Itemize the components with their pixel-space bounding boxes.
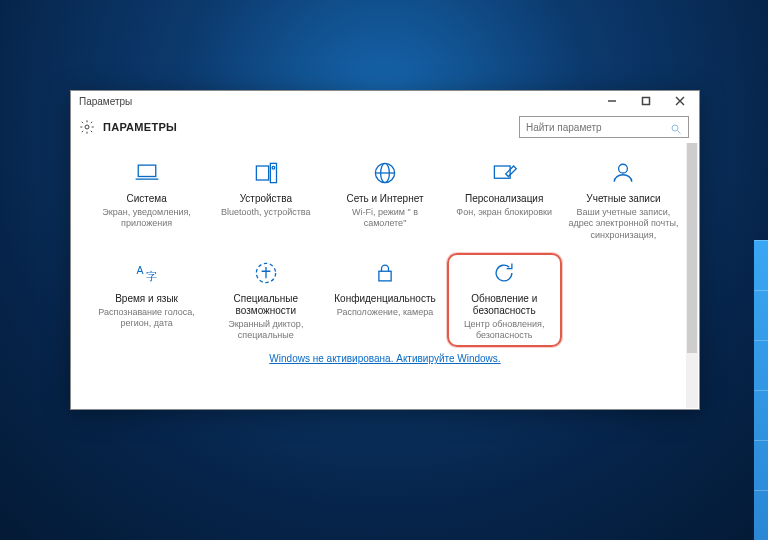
tile-title: Время и язык bbox=[115, 293, 178, 305]
search-input[interactable] bbox=[526, 122, 664, 133]
laptop-icon bbox=[133, 159, 161, 187]
svg-point-5 bbox=[672, 125, 678, 131]
maximize-button[interactable] bbox=[629, 91, 663, 111]
tile-desc: Расположение, камера bbox=[337, 307, 434, 318]
tile-personalization[interactable]: Персонализация Фон, экран блокировки bbox=[447, 153, 562, 247]
tile-title: Конфиденциальность bbox=[334, 293, 435, 305]
tile-title: Учетные записи bbox=[586, 193, 660, 205]
taskbar-glow bbox=[754, 240, 768, 540]
scrollbar-thumb[interactable] bbox=[687, 143, 697, 353]
tile-privacy[interactable]: Конфиденциальность Расположение, камера bbox=[327, 253, 442, 348]
svg-point-11 bbox=[272, 166, 275, 169]
svg-rect-20 bbox=[379, 271, 391, 281]
personalization-icon bbox=[490, 159, 518, 187]
tile-network[interactable]: Сеть и Интернет Wi-Fi, режим " в самолет… bbox=[327, 153, 442, 247]
svg-point-16 bbox=[619, 164, 628, 173]
svg-rect-1 bbox=[643, 98, 650, 105]
close-button[interactable] bbox=[663, 91, 697, 111]
tile-desc: Ваши учетные записи, адрес электронной п… bbox=[568, 207, 679, 241]
lock-icon bbox=[371, 259, 399, 287]
search-icon bbox=[670, 121, 682, 133]
search-box[interactable] bbox=[519, 116, 689, 138]
language-icon: A字 bbox=[133, 259, 161, 287]
gear-icon bbox=[79, 119, 95, 135]
svg-point-4 bbox=[85, 125, 89, 129]
user-icon bbox=[609, 159, 637, 187]
header: ПАРАМЕТРЫ bbox=[71, 111, 699, 143]
update-icon bbox=[490, 259, 518, 287]
tile-ease-of-access[interactable]: Специальные возможности Экранный диктор,… bbox=[208, 253, 323, 348]
tile-title: Устройства bbox=[240, 193, 292, 205]
globe-icon bbox=[371, 159, 399, 187]
settings-body: Система Экран, уведомления, приложения У… bbox=[71, 143, 699, 409]
tile-update-security[interactable]: Обновление и безопасность Центр обновлен… bbox=[447, 253, 562, 348]
scrollbar[interactable] bbox=[686, 143, 698, 408]
tile-system[interactable]: Система Экран, уведомления, приложения bbox=[89, 153, 204, 247]
tile-devices[interactable]: Устройства Bluetooth, устройства bbox=[208, 153, 323, 247]
tile-title: Обновление и безопасность bbox=[449, 293, 560, 317]
tile-time-language[interactable]: A字 Время и язык Распознавание голоса, ре… bbox=[89, 253, 204, 348]
tile-title: Система bbox=[126, 193, 166, 205]
minimize-button[interactable] bbox=[595, 91, 629, 111]
svg-line-6 bbox=[678, 131, 681, 134]
tile-title: Персонализация bbox=[465, 193, 543, 205]
tile-desc: Распознавание голоса, регион, дата bbox=[91, 307, 202, 330]
svg-text:字: 字 bbox=[146, 270, 157, 282]
svg-rect-7 bbox=[138, 165, 156, 176]
svg-rect-9 bbox=[256, 166, 268, 180]
activation-link[interactable]: Windows не активирована. Активируйте Win… bbox=[89, 353, 681, 364]
tile-desc: Фон, экран блокировки bbox=[456, 207, 552, 218]
settings-grid: Система Экран, уведомления, приложения У… bbox=[89, 153, 681, 347]
accessibility-icon bbox=[252, 259, 280, 287]
tile-desc: Центр обновления, безопасность bbox=[449, 319, 560, 342]
settings-window: Параметры ПАРАМЕТРЫ bbox=[70, 90, 700, 410]
titlebar: Параметры bbox=[71, 91, 699, 111]
svg-text:A: A bbox=[136, 264, 143, 276]
tile-desc: Wi-Fi, режим " в самолете" bbox=[329, 207, 440, 230]
devices-icon bbox=[252, 159, 280, 187]
page-title: ПАРАМЕТРЫ bbox=[103, 121, 177, 133]
tile-desc: Bluetooth, устройства bbox=[221, 207, 310, 218]
tile-title: Специальные возможности bbox=[210, 293, 321, 317]
tile-desc: Экранный диктор, специальные bbox=[210, 319, 321, 342]
tile-desc: Экран, уведомления, приложения bbox=[91, 207, 202, 230]
window-controls bbox=[595, 91, 697, 111]
window-title: Параметры bbox=[79, 96, 132, 107]
tile-accounts[interactable]: Учетные записи Ваши учетные записи, адре… bbox=[566, 153, 681, 247]
tile-title: Сеть и Интернет bbox=[346, 193, 423, 205]
